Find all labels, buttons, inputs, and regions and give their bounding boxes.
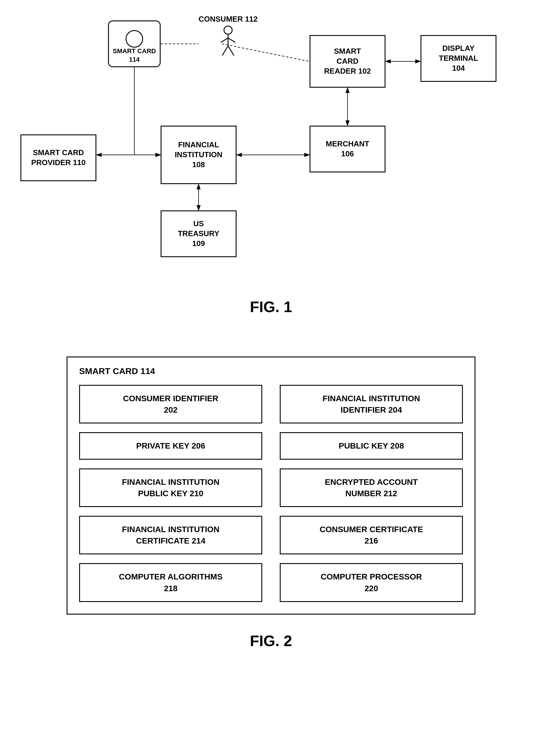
consumer-certificate-box: CONSUMER CERTIFICATE216 <box>280 516 463 554</box>
smart-card-provider-110-box: SMART CARDPROVIDER 110 <box>20 134 96 181</box>
consumer-112-group: CONSUMER 112 <box>199 15 258 58</box>
smart-card-reader-102-box: SMARTCARDREADER 102 <box>309 35 385 88</box>
financial-institution-identifier-box: FINANCIAL INSTITUTIONIDENTIFIER 204 <box>280 385 463 423</box>
smart-card-circle <box>126 30 143 48</box>
merchant-106-box: MERCHANT106 <box>309 126 385 172</box>
fig1-diagram: SMART CARD 114 CONSUMER 112 SMARTCARDREA… <box>18 12 524 275</box>
svg-line-3 <box>228 38 236 42</box>
fi-certificate-box: FINANCIAL INSTITUTIONCERTIFICATE 214 <box>79 516 262 554</box>
svg-line-4 <box>222 46 228 56</box>
smart-card-114-box: SMART CARD 114 <box>108 20 161 67</box>
us-treasury-109-box: USTREASURY109 <box>161 210 237 257</box>
consumer-figure-icon <box>218 25 238 57</box>
fig2-smart-card-container: SMART CARD 114 CONSUMER IDENTIFIER202 FI… <box>67 357 475 615</box>
private-key-box: PRIVATE KEY 206 <box>79 432 262 459</box>
fig2-smart-card-label: SMART CARD 114 <box>79 366 463 376</box>
fig1-label: FIG. 1 <box>18 298 524 316</box>
smart-card-114-label: SMART CARD 114 <box>112 47 157 64</box>
computer-processor-box: COMPUTER PROCESSOR220 <box>280 563 463 602</box>
fig2-grid: CONSUMER IDENTIFIER202 FINANCIAL INSTITU… <box>79 385 463 602</box>
computer-algorithms-box: COMPUTER ALGORITHMS218 <box>79 563 262 602</box>
fig2-label: FIG. 2 <box>18 632 524 650</box>
display-terminal-104-box: DISPLAYTERMINAL104 <box>420 35 496 82</box>
financial-institution-108-box: FINANCIALINSTITUTION108 <box>161 126 237 184</box>
svg-line-5 <box>228 46 234 56</box>
fi-public-key-box: FINANCIAL INSTITUTIONPUBLIC KEY 210 <box>79 468 262 507</box>
consumer-112-label: CONSUMER 112 <box>199 15 258 24</box>
svg-line-2 <box>221 38 228 42</box>
public-key-box: PUBLIC KEY 208 <box>280 432 463 459</box>
consumer-identifier-box: CONSUMER IDENTIFIER202 <box>79 385 262 423</box>
encrypted-account-number-box: ENCRYPTED ACCOUNTNUMBER 212 <box>280 468 463 507</box>
svg-point-0 <box>224 26 232 34</box>
